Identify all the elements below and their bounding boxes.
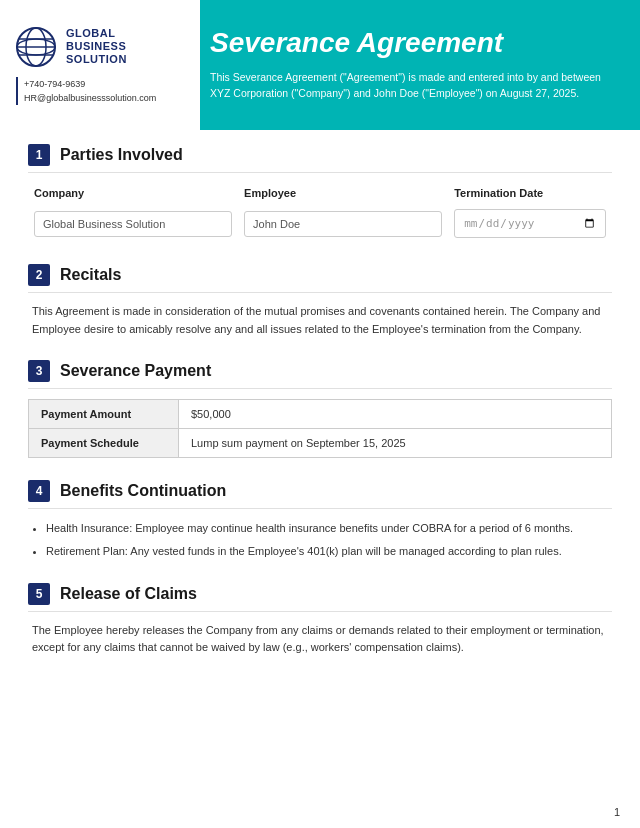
company-col-header: Company: [28, 183, 238, 205]
section-4-number: 4: [28, 480, 50, 502]
termination-col-header: Termination Date: [448, 183, 612, 205]
page-footer: 1: [614, 806, 620, 818]
header: GLOBAL BUSINESS SOLUTION +740-794-9639 H…: [0, 0, 640, 130]
header-left: GLOBAL BUSINESS SOLUTION +740-794-9639 H…: [0, 0, 200, 130]
employee-field[interactable]: [244, 211, 442, 237]
section-5-header: 5 Release of Claims: [28, 579, 612, 612]
section-4-header: 4 Benefits Continuation: [28, 476, 612, 509]
section-1-title: Parties Involved: [60, 146, 183, 164]
payment-label: Payment Schedule: [29, 429, 179, 458]
company-name: GLOBAL BUSINESS SOLUTION: [66, 27, 127, 67]
employee-col-header: Employee: [238, 183, 448, 205]
section-3-title: Severance Payment: [60, 362, 211, 380]
logo-row: GLOBAL BUSINESS SOLUTION: [14, 25, 186, 69]
page-number: 1: [614, 806, 620, 818]
section-3-header: 3 Severance Payment: [28, 356, 612, 389]
release-body: The Employee hereby releases the Company…: [28, 622, 612, 657]
payment-value: Lump sum payment on September 15, 2025: [179, 429, 612, 458]
section-payment: 3 Severance Payment Payment Amount$50,00…: [28, 356, 612, 458]
payment-row: Payment Amount$50,000: [29, 400, 612, 429]
section-2-header: 2 Recitals: [28, 260, 612, 293]
parties-table: Company Employee Termination Date: [28, 183, 612, 242]
date-field-cell: [448, 205, 612, 242]
section-parties: 1 Parties Involved Company Employee Term…: [28, 140, 612, 242]
header-right: Severance Agreement This Severance Agree…: [200, 0, 640, 130]
payment-value: $50,000: [179, 400, 612, 429]
recitals-body: This Agreement is made in consideration …: [28, 303, 612, 338]
benefit-item: Retirement Plan: Any vested funds in the…: [46, 542, 612, 561]
section-2-number: 2: [28, 264, 50, 286]
section-3-number: 3: [28, 360, 50, 382]
document-subtitle: This Severance Agreement ("Agreement") i…: [210, 69, 620, 102]
section-2-title: Recitals: [60, 266, 121, 284]
document-title: Severance Agreement: [210, 28, 620, 59]
payment-row: Payment ScheduleLump sum payment on Sept…: [29, 429, 612, 458]
section-recitals: 2 Recitals This Agreement is made in con…: [28, 260, 612, 338]
benefit-item: Health Insurance: Employee may continue …: [46, 519, 612, 538]
content: 1 Parties Involved Company Employee Term…: [0, 130, 640, 695]
contact-info: +740-794-9639 HR@globalbusinesssolution.…: [16, 77, 186, 106]
section-benefits: 4 Benefits Continuation Health Insurance…: [28, 476, 612, 560]
section-4-title: Benefits Continuation: [60, 482, 226, 500]
section-5-title: Release of Claims: [60, 585, 197, 603]
company-field[interactable]: [34, 211, 232, 237]
employee-field-cell: [238, 205, 448, 242]
section-5-number: 5: [28, 583, 50, 605]
benefits-list: Health Insurance: Employee may continue …: [28, 519, 612, 560]
company-field-cell: [28, 205, 238, 242]
section-release: 5 Release of Claims The Employee hereby …: [28, 579, 612, 657]
payment-table: Payment Amount$50,000Payment ScheduleLum…: [28, 399, 612, 458]
payment-label: Payment Amount: [29, 400, 179, 429]
section-1-number: 1: [28, 144, 50, 166]
section-1-header: 1 Parties Involved: [28, 140, 612, 173]
page: GLOBAL BUSINESS SOLUTION +740-794-9639 H…: [0, 0, 640, 828]
termination-date-field[interactable]: [454, 209, 606, 238]
globe-icon: [14, 25, 58, 69]
